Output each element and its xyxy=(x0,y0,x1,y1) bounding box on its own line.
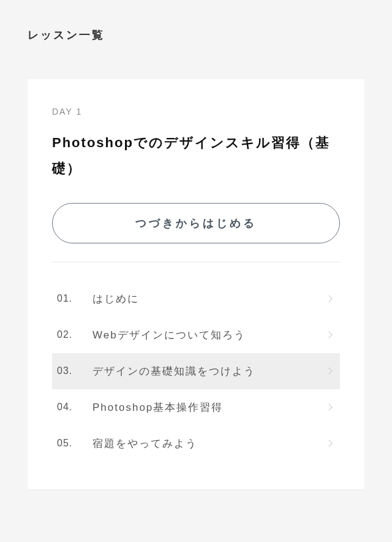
lesson-row[interactable]: 02.Webデザインについて知ろう xyxy=(52,317,340,353)
lesson-card: DAY 1 Photoshopでのデザインスキル習得（基礎） つづきからはじめる… xyxy=(28,79,364,489)
lesson-number: 01. xyxy=(57,293,92,304)
lesson-title: デザインの基礎知識をつけよう xyxy=(92,364,326,378)
lesson-title: 宿題をやってみよう xyxy=(92,437,326,451)
lesson-row[interactable]: 03.デザインの基礎知識をつけよう xyxy=(52,353,340,389)
lesson-row[interactable]: 01.はじめに xyxy=(52,281,340,317)
chevron-right-icon xyxy=(325,367,332,374)
lesson-title: Photoshop基本操作習得 xyxy=(92,400,326,414)
lesson-list: 01.はじめに02.Webデザインについて知ろう03.デザインの基礎知識をつけよ… xyxy=(52,281,340,462)
chevron-right-icon xyxy=(325,295,332,302)
page-title: レッスン一覧 xyxy=(28,28,364,42)
lesson-row[interactable]: 05.宿題をやってみよう xyxy=(52,426,340,462)
continue-button[interactable]: つづきからはじめる xyxy=(52,203,340,243)
chevron-right-icon xyxy=(325,331,332,338)
lesson-title: はじめに xyxy=(92,292,326,306)
lesson-number: 02. xyxy=(57,329,92,340)
chevron-right-icon xyxy=(325,403,332,410)
divider xyxy=(52,262,340,262)
lesson-number: 03. xyxy=(57,365,92,376)
lesson-row[interactable]: 04.Photoshop基本操作習得 xyxy=(52,389,340,426)
course-title: Photoshopでのデザインスキル習得（基礎） xyxy=(52,130,340,181)
lesson-number: 04. xyxy=(57,402,92,413)
lesson-title: Webデザインについて知ろう xyxy=(92,328,326,342)
chevron-right-icon xyxy=(325,440,332,446)
day-label: DAY 1 xyxy=(52,107,340,116)
lesson-number: 05. xyxy=(57,438,92,449)
